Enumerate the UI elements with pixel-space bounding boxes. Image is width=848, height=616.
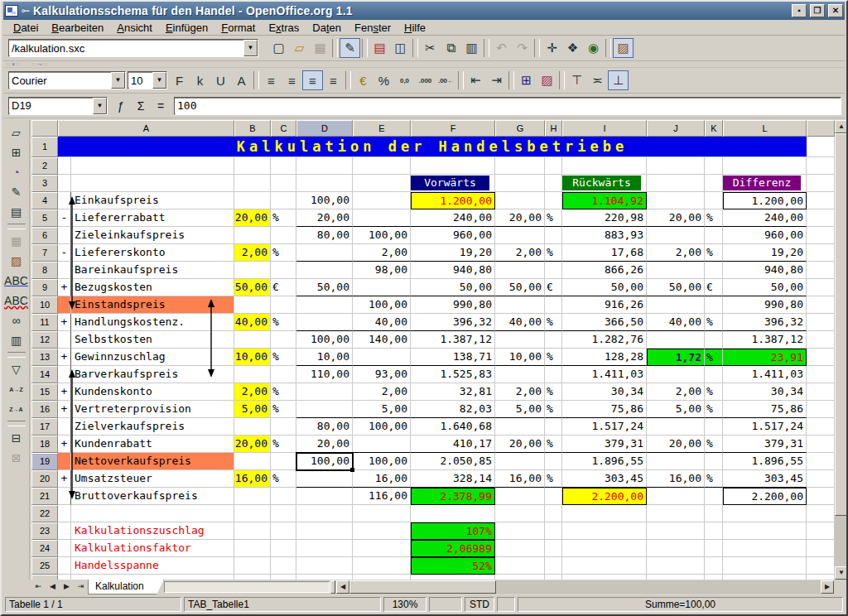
cell-I2[interactable] (562, 157, 647, 175)
cell-K17[interactable] (705, 418, 723, 436)
cell-K23[interactable] (705, 522, 723, 540)
cell-K20[interactable]: % (705, 470, 723, 488)
cell-L3[interactable]: Differenz (723, 175, 807, 192)
cell-sign-A19[interactable] (58, 453, 71, 470)
cell-I17[interactable]: 1.517,24 (562, 418, 647, 436)
underline-icon[interactable]: U (210, 70, 231, 90)
cell-E10[interactable]: 100,00 (353, 296, 411, 314)
function-wizard-icon[interactable]: ƒ (111, 97, 131, 115)
column-header-next[interactable] (807, 120, 835, 137)
next-sheet-icon[interactable]: ▶ (60, 580, 74, 594)
sort-descending-icon[interactable]: Z→A (6, 399, 27, 419)
cell-A14[interactable]: Barverkaufspreis (71, 366, 234, 383)
cell-G21[interactable] (495, 488, 545, 505)
cell-K12[interactable] (705, 331, 723, 349)
sum-icon[interactable]: Σ (131, 97, 151, 115)
cell-I15[interactable]: 30,34 (562, 383, 647, 401)
title-banner-cell[interactable]: Kalkulation der Handelsbetriebe (58, 137, 807, 157)
column-header-C[interactable]: C (271, 120, 296, 137)
cell-D21[interactable] (296, 488, 353, 505)
cell-B24[interactable] (234, 540, 271, 557)
cell-F4[interactable]: 1.200,00 (411, 192, 495, 209)
cell-reference-input[interactable] (9, 99, 93, 113)
cell-B25[interactable] (234, 557, 271, 575)
cell-F15[interactable]: 32,81 (411, 383, 495, 401)
cell-F13[interactable]: 138,71 (411, 349, 495, 366)
cell-D6[interactable]: 80,00 (296, 227, 353, 244)
horizontal-scroll-thumb[interactable] (349, 580, 496, 594)
cell-K22[interactable] (705, 505, 723, 522)
font-size-combo[interactable]: ▼ (128, 71, 167, 89)
cell-G2[interactable] (495, 157, 545, 175)
cell-C2[interactable] (271, 157, 296, 175)
cell-E8[interactable]: 98,00 (353, 262, 411, 279)
chevron-down-icon[interactable]: ▼ (152, 72, 166, 89)
menu-format[interactable]: Format (214, 21, 262, 35)
cell-E21[interactable]: 116,00 (353, 488, 411, 505)
save-icon[interactable]: ▦ (310, 38, 330, 58)
cell-G3[interactable] (495, 175, 545, 192)
cell-sign-A16[interactable]: + (58, 401, 71, 418)
cell-J22[interactable] (647, 505, 705, 522)
cell-G16[interactable]: 5,00 (495, 401, 545, 418)
column-header-E[interactable]: E (353, 120, 411, 137)
cell-J23[interactable] (647, 522, 705, 540)
cell-C24[interactable] (271, 540, 296, 557)
row-header-8[interactable]: 8 (31, 262, 58, 279)
cell-C15[interactable]: % (271, 383, 296, 401)
cell-F14[interactable]: 1.525,83 (411, 366, 495, 383)
cell-E5[interactable] (353, 209, 411, 227)
cell-G6[interactable] (495, 227, 545, 244)
cell-H9[interactable]: € (545, 279, 562, 296)
cell-L10[interactable]: 990,80 (723, 296, 807, 314)
cell-C3[interactable] (271, 175, 296, 192)
cell-B19[interactable] (234, 453, 271, 470)
document-url-input[interactable] (9, 41, 243, 55)
tab-splitter-handle[interactable] (330, 580, 335, 594)
cell-H14[interactable] (545, 366, 562, 383)
cell-D12[interactable]: 100,00 (296, 331, 353, 349)
cell-D9[interactable]: 50,00 (296, 279, 353, 296)
cell-I12[interactable]: 1.282,76 (562, 331, 647, 349)
cell-C16[interactable]: % (271, 401, 296, 418)
new-document-icon[interactable]: ▢ (268, 38, 289, 58)
cell-L7[interactable]: 19,20 (723, 244, 807, 262)
cell-C23[interactable] (271, 522, 296, 540)
cell-G17[interactable] (495, 418, 545, 436)
cell-L21[interactable]: 2.200,00 (723, 488, 807, 505)
row-header-20[interactable]: 20 (31, 470, 58, 488)
gallery-icon[interactable]: ▨ (613, 38, 634, 58)
cell-sign-A20[interactable]: + (58, 470, 71, 488)
cell-I4[interactable]: 1.104,92 (562, 192, 647, 209)
menu-extras[interactable]: Extras (262, 21, 306, 35)
cell-sign-A18[interactable]: + (58, 436, 71, 453)
cell-B8[interactable] (234, 262, 271, 279)
cell-A23[interactable]: Kalkulationszuschlag (71, 522, 234, 540)
row-header-24[interactable]: 24 (31, 540, 58, 557)
cell-L15[interactable]: 30,34 (723, 383, 807, 401)
cell-K3[interactable] (705, 175, 723, 192)
align-middle-icon[interactable]: ≍ (587, 70, 608, 90)
cell-D19[interactable]: 100,00 (296, 453, 353, 470)
cell-G24[interactable] (495, 540, 545, 557)
cell-D13[interactable]: 10,00 (296, 349, 353, 366)
cell-B11[interactable]: 40,00 (234, 314, 271, 331)
cell-E15[interactable]: 2,00 (353, 383, 411, 401)
cell-L22[interactable] (723, 505, 807, 522)
insert-icon[interactable]: ▱ (6, 123, 27, 142)
cell-H24[interactable] (545, 540, 562, 557)
cell-L14[interactable]: 1.411,03 (723, 366, 807, 383)
cell-J25[interactable] (647, 557, 705, 575)
cell-I25[interactable] (562, 557, 647, 575)
column-header-I[interactable]: I (562, 120, 647, 137)
cell-D10[interactable] (296, 296, 353, 314)
cell-F12[interactable]: 1.387,12 (411, 331, 495, 349)
cell-G13[interactable]: 10,00 (495, 349, 545, 366)
column-header-A[interactable]: A (58, 120, 234, 137)
cell-C25[interactable] (271, 557, 296, 575)
delete-decimal-icon[interactable]: .00← (436, 70, 456, 90)
cell-C22[interactable] (271, 505, 296, 522)
cell-B12[interactable] (234, 331, 271, 349)
cell-L5[interactable]: 240,00 (723, 209, 807, 227)
cell-B5[interactable]: 20,00 (234, 209, 271, 227)
